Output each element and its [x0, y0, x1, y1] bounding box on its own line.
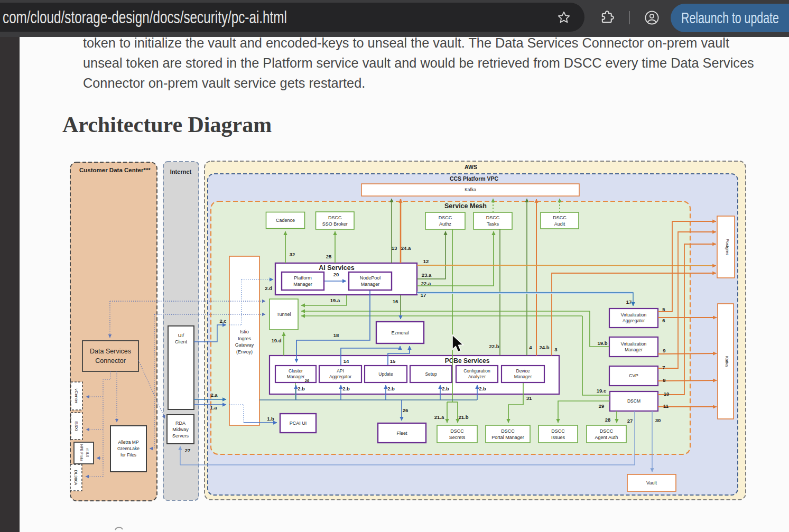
svg-text:CVP: CVP	[629, 373, 638, 378]
svg-text:Istio: Istio	[240, 329, 249, 334]
svg-text:PCAI UI: PCAI UI	[290, 421, 307, 426]
svg-text:31: 31	[526, 395, 532, 401]
svg-text:7: 7	[662, 365, 665, 370]
svg-text:2.a: 2.a	[210, 392, 218, 398]
svg-text:12: 12	[423, 258, 429, 264]
svg-text:Virtualization: Virtualization	[621, 341, 647, 347]
svg-text:6: 6	[662, 318, 665, 323]
svg-text:Connector: Connector	[95, 357, 126, 365]
svg-text:Portal Manager: Portal Manager	[491, 435, 524, 440]
svg-text:Client: Client	[175, 339, 188, 344]
svg-text:24.a: 24.a	[401, 245, 411, 251]
svg-text:Agent Auth: Agent Auth	[595, 435, 618, 440]
svg-text:Analyzer: Analyzer	[468, 374, 486, 379]
svg-text:CCS Platform VPC: CCS Platform VPC	[450, 175, 499, 182]
svg-text:26: 26	[305, 378, 309, 383]
svg-text:for Files: for Files	[120, 452, 136, 458]
svg-text:2.b: 2.b	[342, 386, 350, 391]
svg-text:17: 17	[626, 299, 632, 305]
svg-text:API: API	[337, 368, 344, 374]
svg-text:27: 27	[185, 447, 191, 453]
svg-text:DL380A: DL380A	[73, 470, 78, 486]
svg-text:Data Services: Data Services	[90, 348, 131, 355]
svg-text:DSCC: DSCC	[600, 428, 614, 434]
svg-text:2.c: 2.c	[219, 318, 226, 324]
svg-text:9: 9	[663, 348, 665, 353]
svg-text:Kafka: Kafka	[725, 356, 729, 367]
svg-text:DSCC: DSCC	[553, 215, 567, 220]
svg-text:DSCM: DSCM	[627, 398, 641, 404]
svg-text:18: 18	[333, 332, 339, 338]
svg-text:Customer Data Center***: Customer Data Center***	[79, 167, 151, 173]
svg-text:22.a: 22.a	[421, 281, 431, 286]
svg-text:HPE Prolia: HPE Prolia	[80, 444, 83, 461]
svg-text:2.b: 2.b	[479, 386, 486, 391]
svg-text:3: 3	[554, 347, 557, 352]
svg-text:19.a: 19.a	[330, 297, 340, 303]
svg-text:nt 8.0: nt 8.0	[86, 449, 89, 458]
svg-text:19.c: 19.c	[597, 388, 607, 394]
svg-text:4: 4	[529, 344, 532, 350]
svg-text:25: 25	[326, 254, 332, 259]
svg-text:ESXi: ESXi	[74, 422, 79, 431]
svg-text:Manager: Manager	[514, 374, 532, 379]
svg-text:Ingres: Ingres	[238, 336, 252, 341]
svg-text:AI Services: AI Services	[319, 264, 354, 272]
svg-text:20: 20	[333, 272, 339, 277]
svg-text:DSCC: DSCC	[551, 428, 565, 434]
svg-text:DSCC: DSCC	[486, 215, 500, 220]
svg-text:24.b: 24.b	[539, 344, 549, 350]
svg-text:19.d: 19.d	[271, 338, 281, 343]
svg-text:26: 26	[403, 407, 409, 413]
svg-text:Midway: Midway	[172, 427, 189, 432]
svg-text:Servers: Servers	[172, 433, 189, 438]
svg-text:32: 32	[290, 251, 295, 257]
svg-text:8: 8	[663, 377, 665, 383]
svg-text:Internet: Internet	[170, 169, 192, 175]
svg-text:29: 29	[599, 403, 605, 409]
svg-text:13: 13	[392, 245, 397, 251]
svg-text:5: 5	[662, 306, 665, 312]
svg-text:Tasks: Tasks	[487, 221, 499, 227]
svg-text:28: 28	[605, 417, 611, 423]
svg-text:2.b: 2.b	[442, 386, 449, 391]
svg-text:2.b: 2.b	[298, 386, 305, 391]
svg-text:10: 10	[664, 391, 670, 397]
svg-text:Service Mesh: Service Mesh	[444, 202, 487, 210]
svg-text:14: 14	[344, 358, 349, 364]
svg-text:Audit: Audit	[554, 221, 565, 227]
svg-text:Authz: Authz	[439, 221, 452, 227]
svg-text:17: 17	[421, 292, 426, 298]
svg-text:Gateway: Gateway	[235, 342, 254, 348]
svg-text:Configuration: Configuration	[463, 368, 490, 374]
svg-text:Setup: Setup	[425, 371, 437, 377]
svg-text:23.a: 23.a	[422, 272, 432, 278]
svg-text:Alletra MP: Alletra MP	[118, 440, 139, 445]
svg-text:Tunnel: Tunnel	[276, 312, 291, 317]
svg-text:DSCC: DSCC	[439, 215, 452, 220]
svg-text:Platform: Platform	[294, 275, 312, 281]
svg-text:19.b: 19.b	[597, 340, 607, 346]
svg-text:Issues: Issues	[551, 435, 565, 440]
svg-text:11: 11	[663, 403, 669, 409]
svg-text:Update: Update	[378, 371, 393, 377]
svg-text:Cadence: Cadence	[276, 218, 295, 223]
svg-text:Vault: Vault	[646, 480, 657, 486]
svg-text:Kafka: Kafka	[465, 187, 476, 192]
svg-text:GreenLake: GreenLake	[117, 446, 140, 451]
svg-text:30: 30	[655, 417, 661, 423]
svg-text:16: 16	[393, 298, 398, 304]
svg-text:AWS: AWS	[465, 164, 477, 170]
svg-text:2.b: 2.b	[387, 386, 395, 391]
svg-text:Postgres: Postgres	[725, 239, 730, 256]
svg-text:UI/: UI/	[178, 333, 184, 338]
svg-text:DSCC: DSCC	[450, 428, 464, 434]
svg-text:Ezmeral: Ezmeral	[391, 330, 409, 335]
svg-text:1.b: 1.b	[267, 416, 274, 422]
svg-text:RDA: RDA	[175, 421, 185, 426]
svg-text:Manager: Manager	[361, 282, 380, 287]
svg-text:Aggregator: Aggregator	[329, 374, 351, 379]
svg-text:2.d: 2.d	[265, 285, 272, 291]
svg-text:Cluster: Cluster	[289, 368, 303, 374]
svg-text:Device: Device	[516, 368, 530, 374]
